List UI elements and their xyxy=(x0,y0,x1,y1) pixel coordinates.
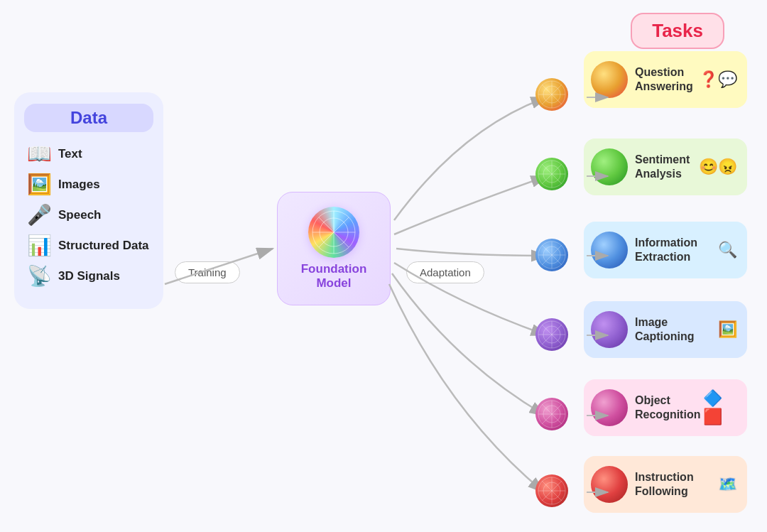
ie-icon: 🔍 xyxy=(718,241,737,259)
mid-sphere-if xyxy=(535,474,568,507)
task-card-qa: QuestionAnswering ❓💬 xyxy=(584,51,747,108)
text-icon: 📖 xyxy=(24,142,54,165)
mid-sphere-sa xyxy=(535,158,568,190)
data-title: Data xyxy=(24,104,153,132)
tasks-label: Tasks xyxy=(631,13,724,49)
images-icon: 🖼️ xyxy=(24,173,54,196)
sa-icon: 😊😠 xyxy=(699,158,737,176)
mid-sphere-or xyxy=(535,398,568,430)
ic-sphere xyxy=(591,311,628,348)
foundation-model-box: Foundation Model xyxy=(277,192,391,305)
foundation-text: Foundation Model xyxy=(301,262,367,291)
images-label: Images xyxy=(58,178,100,192)
text-label: Text xyxy=(58,147,82,161)
qa-icon: ❓💬 xyxy=(699,70,737,89)
data-item-3d: 📡 3D Signals xyxy=(24,264,153,288)
if-sphere xyxy=(591,466,628,503)
if-icon: 🗺️ xyxy=(718,475,737,494)
3d-label: 3D Signals xyxy=(58,269,120,283)
foundation-sphere xyxy=(308,207,359,258)
task-card-if: InstructionFollowing 🗺️ xyxy=(584,456,747,513)
task-card-ie: InformationExtraction 🔍 xyxy=(584,222,747,278)
speech-icon: 🎤 xyxy=(24,203,54,227)
3d-icon: 📡 xyxy=(24,264,54,288)
mid-sphere-ie xyxy=(535,239,568,271)
sa-text: SentimentAnalysis xyxy=(635,153,696,181)
structured-icon: 📊 xyxy=(24,234,54,257)
adaptation-label: Adaptation xyxy=(406,261,484,283)
task-card-ic: ImageCaptioning 🖼️ xyxy=(584,301,747,358)
qa-sphere xyxy=(591,61,628,98)
or-icon: 🔷🟥 xyxy=(703,389,737,426)
or-sphere xyxy=(591,389,628,426)
training-label: Training xyxy=(175,261,240,283)
qa-text: QuestionAnswering xyxy=(635,65,696,94)
ic-icon: 🖼️ xyxy=(718,320,737,339)
data-item-speech: 🎤 Speech xyxy=(24,203,153,227)
if-text: InstructionFollowing xyxy=(635,470,715,499)
ie-text: InformationExtraction xyxy=(635,236,715,264)
mid-sphere-qa xyxy=(535,78,568,111)
task-card-or: ObjectRecognition 🔷🟥 xyxy=(584,379,747,436)
ie-sphere xyxy=(591,232,628,268)
data-panel: Data 📖 Text 🖼️ Images 🎤 Speech 📊 Structu… xyxy=(14,92,163,309)
sa-sphere xyxy=(591,148,628,185)
data-item-structured: 📊 Structured Data xyxy=(24,234,153,257)
mid-sphere-ic xyxy=(535,318,568,351)
structured-label: Structured Data xyxy=(58,239,149,253)
speech-label: Speech xyxy=(58,208,101,222)
or-text: ObjectRecognition xyxy=(635,393,700,422)
data-item-text: 📖 Text xyxy=(24,142,153,165)
ic-text: ImageCaptioning xyxy=(635,315,715,344)
task-card-sa: SentimentAnalysis 😊😠 xyxy=(584,139,747,195)
data-item-images: 🖼️ Images xyxy=(24,173,153,196)
